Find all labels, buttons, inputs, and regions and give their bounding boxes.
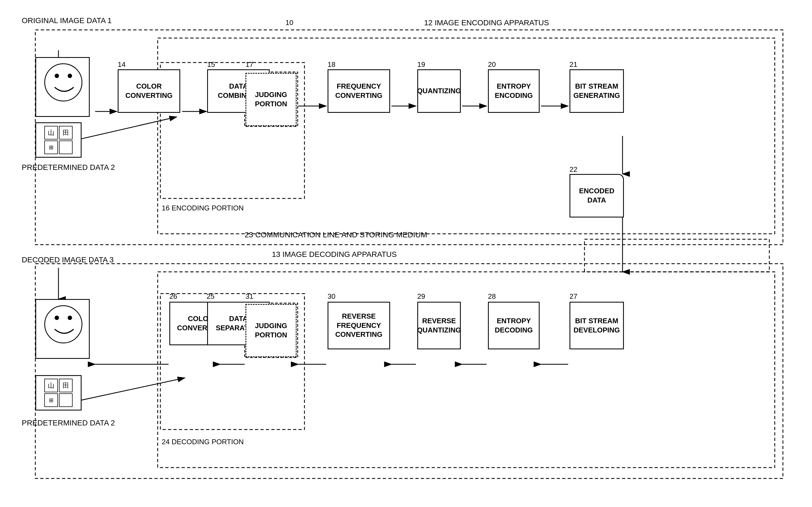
num-27: 27 <box>570 292 577 301</box>
num-30: 30 <box>328 292 336 301</box>
decoded-image-box <box>35 299 90 359</box>
svg-rect-9 <box>158 272 775 467</box>
num-13: 13 IMAGE DECODING APPARATUS <box>272 250 397 259</box>
num-19: 19 <box>417 60 425 69</box>
box-bit-stream-developing: BIT STREAM DEVELOPING <box>570 302 624 349</box>
num-25: 25 <box>207 292 215 301</box>
box-encoded-data: ENCODED DATA <box>570 174 624 218</box>
box-judging-bottom: JUDGING PORTION <box>245 304 297 357</box>
num-29: 29 <box>417 292 425 301</box>
label-original-image-data: ORIGINAL IMAGE DATA 1 <box>22 16 112 25</box>
num-28: 28 <box>488 292 496 301</box>
num-20: 20 <box>488 60 496 69</box>
num-23: 23 COMMUNICATION LINE AND STORING MEDIUM <box>245 230 427 239</box>
num-16: 16 ENCODING PORTION <box>162 204 244 212</box>
num-21: 21 <box>570 60 577 69</box>
num-26: 26 <box>169 292 177 301</box>
num-22: 22 <box>570 165 577 174</box>
box-frequency-converting: FREQUENCY CONVERTING <box>328 69 390 113</box>
num-15: 15 <box>207 60 215 69</box>
box-reverse-quantizing: REVERSE QUANTIZING <box>417 302 461 349</box>
box-color-converting-top: COLOR CONVERTING <box>118 69 180 113</box>
box-reverse-freq-converting: REVERSE FREQUENCY CONVERTING <box>328 302 390 349</box>
svg-rect-12 <box>584 239 769 272</box>
num-31: 31 <box>245 292 253 301</box>
svg-rect-8 <box>35 264 783 478</box>
label-decoded-image-data: DECODED IMAGE DATA 3 <box>22 256 114 264</box>
label-predetermined-top: PREDETERMINED DATA 2 <box>22 163 115 172</box>
label-predetermined-bottom: PREDETERMINED DATA 2 <box>22 419 115 427</box>
num-18: 18 <box>328 60 336 69</box>
box-quantizing: QUANTIZING <box>417 69 461 113</box>
box-judging-top: JUDGING PORTION <box>245 73 297 126</box>
original-image-box <box>35 57 90 117</box>
box-entropy-decoding: ENTROPY DECODING <box>488 302 540 349</box>
num-14: 14 <box>118 60 126 69</box>
num-10: 10 <box>285 18 293 27</box>
box-entropy-encoding: ENTROPY ENCODING <box>488 69 540 113</box>
svg-rect-4 <box>35 30 783 245</box>
num-12: 12 IMAGE ENCODING APPARATUS <box>424 18 549 27</box>
num-24: 24 DECODING PORTION <box>162 438 244 446</box>
kanji-box-bottom: 山 田 ⊞ <box>35 375 81 410</box>
kanji-box-top: 山 田 ⊞ <box>35 122 81 158</box>
box-bit-stream-generating: BIT STREAM GENERATING <box>570 69 624 113</box>
num-17: 17 <box>245 60 253 69</box>
